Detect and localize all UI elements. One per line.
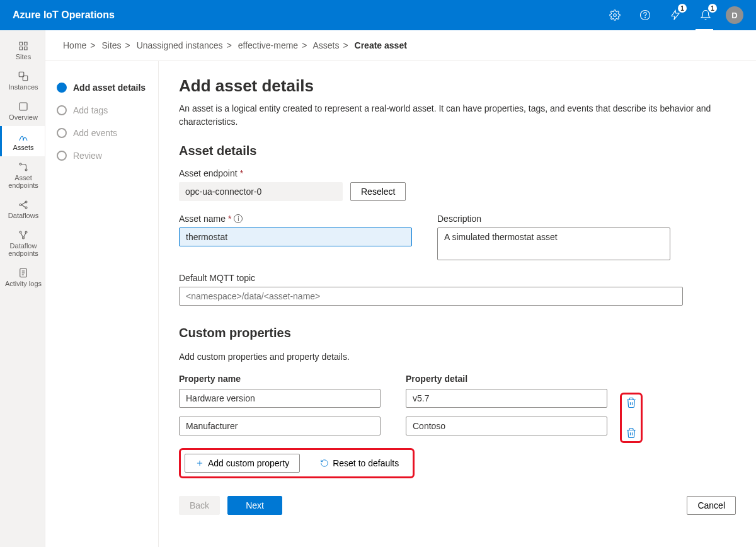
- prop-name-0[interactable]: [179, 389, 381, 408]
- step-add-tags[interactable]: Add tags: [57, 99, 151, 122]
- svg-point-7: [25, 169, 27, 171]
- endpoint-label: Asset endpoint: [179, 168, 238, 178]
- badge-2: 1: [708, 4, 717, 13]
- diagnostics-icon[interactable]: 1: [665, 5, 685, 25]
- step-review[interactable]: Review: [57, 144, 151, 167]
- svg-point-11: [20, 231, 21, 233]
- crumb-current: Create asset: [355, 40, 407, 50]
- breadcrumb: Home> Sites> Unassigned instances> effec…: [45, 30, 756, 61]
- page-title: Add asset details: [179, 76, 736, 96]
- prop-name-1[interactable]: [179, 417, 381, 435]
- svg-point-2: [645, 17, 646, 18]
- crumb-instance[interactable]: effective-meme: [238, 40, 298, 50]
- nav-activity-logs[interactable]: Activity logs: [0, 262, 45, 292]
- section-custom-props: Custom properties: [179, 326, 736, 340]
- info-icon[interactable]: i: [234, 214, 243, 223]
- svg-point-10: [25, 207, 27, 209]
- prop-detail-1[interactable]: [406, 417, 607, 435]
- step-add-events[interactable]: Add events: [57, 122, 151, 144]
- prop-detail-header: Property detail: [406, 374, 607, 384]
- nav-asset-endpoints[interactable]: Asset endpoints: [0, 156, 45, 194]
- add-custom-property-button[interactable]: Add custom property: [185, 454, 300, 473]
- svg-point-6: [20, 163, 21, 165]
- help-icon[interactable]: [635, 5, 655, 25]
- mqtt-topic-input[interactable]: [179, 287, 683, 306]
- crumb-unassigned[interactable]: Unassigned instances: [137, 40, 223, 50]
- svg-point-9: [25, 201, 27, 203]
- svg-point-13: [23, 237, 25, 239]
- step-add-details[interactable]: Add asset details: [57, 76, 151, 99]
- crumb-home[interactable]: Home: [63, 40, 86, 50]
- endpoint-value: opc-ua-connector-0: [179, 182, 343, 201]
- prop-row-1: [179, 417, 607, 435]
- badge-1: 1: [678, 4, 687, 13]
- nav-instances[interactable]: Instances: [0, 66, 45, 96]
- nav-assets[interactable]: Assets: [0, 126, 45, 156]
- asset-name-label: Asset name: [179, 214, 226, 224]
- asset-name-input[interactable]: [179, 227, 412, 246]
- settings-icon[interactable]: [605, 5, 625, 25]
- prop-row-0: [179, 389, 607, 408]
- reselect-button[interactable]: Reselect: [350, 182, 406, 201]
- svg-rect-5: [20, 103, 27, 110]
- section-asset-details: Asset details: [179, 144, 736, 158]
- mqtt-label: Default MQTT topic: [179, 273, 736, 283]
- app-title: Azure IoT Operations: [13, 9, 115, 21]
- next-button[interactable]: Next: [227, 496, 282, 515]
- crumb-sites[interactable]: Sites: [101, 40, 121, 50]
- cancel-button[interactable]: Cancel: [687, 496, 736, 515]
- description-textarea[interactable]: A simulated thermostat asset: [437, 227, 670, 260]
- left-nav: Sites Instances Overview Assets Asset en…: [0, 30, 45, 547]
- avatar[interactable]: D: [726, 6, 743, 24]
- nav-sites[interactable]: Sites: [0, 35, 45, 66]
- svg-point-8: [20, 204, 21, 206]
- prop-detail-0[interactable]: [406, 389, 607, 408]
- nav-dataflows[interactable]: Dataflows: [0, 194, 45, 224]
- desc-label: Description: [437, 214, 670, 224]
- crumb-assets[interactable]: Assets: [312, 40, 339, 50]
- delete-prop-0[interactable]: [626, 397, 637, 408]
- notifications-icon[interactable]: 1: [696, 5, 716, 25]
- page-lead: An asset is a logical entity created to …: [179, 102, 736, 129]
- header-bar: Azure IoT Operations 1 1 D: [0, 0, 756, 30]
- reset-defaults-button[interactable]: Reset to defaults: [310, 454, 409, 473]
- wizard-steps: Add asset details Add tags Add events Re…: [45, 61, 159, 547]
- nav-dataflow-endpoints[interactable]: Dataflow endpoints: [0, 224, 45, 262]
- svg-point-0: [614, 14, 617, 17]
- prop-name-header: Property name: [179, 374, 381, 384]
- nav-overview[interactable]: Overview: [0, 96, 45, 126]
- back-button: Back: [179, 496, 220, 515]
- svg-point-12: [25, 231, 27, 233]
- delete-prop-1[interactable]: [626, 427, 637, 439]
- custom-props-lead: Add custom properties and property detai…: [179, 350, 736, 364]
